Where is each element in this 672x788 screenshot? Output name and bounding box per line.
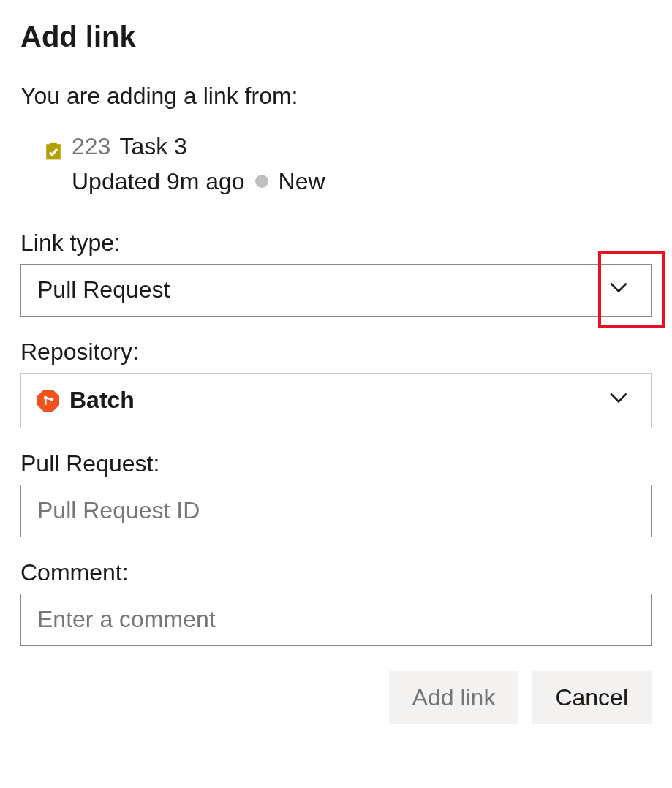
work-item-state: New (279, 163, 325, 200)
svg-rect-1 (50, 143, 57, 146)
work-item-id: 223 (72, 130, 110, 163)
dialog-title: Add link (20, 20, 652, 53)
work-item-title: Task 3 (119, 130, 186, 163)
repository-label: Repository: (20, 338, 652, 365)
cancel-button[interactable]: Cancel (532, 671, 652, 724)
pull-request-input[interactable] (20, 485, 652, 537)
work-item-meta: Updated 9m ago New (72, 163, 652, 200)
link-type-value: Pull Request (37, 276, 170, 303)
git-repo-icon (37, 390, 59, 412)
svg-rect-2 (37, 390, 59, 412)
dialog-buttons: Add link Cancel (20, 671, 652, 724)
repository-select[interactable]: Batch (20, 373, 652, 428)
add-link-dialog: Add link You are adding a link from: 223… (0, 0, 672, 745)
source-work-item: 223 Task 3 Updated 9m ago New (44, 130, 652, 200)
chevron-down-icon (607, 276, 630, 305)
pull-request-label: Pull Request: (20, 450, 652, 477)
comment-label: Comment: (20, 559, 652, 586)
task-icon (44, 137, 63, 156)
pull-request-section: Pull Request: (20, 450, 652, 537)
intro-text: You are adding a link from: (20, 83, 652, 110)
add-link-button[interactable]: Add link (389, 671, 519, 724)
repository-section: Repository: Batch (20, 338, 652, 428)
state-dot-icon (255, 175, 268, 188)
repository-value: Batch (69, 387, 135, 414)
link-type-section: Link type: Pull Request (20, 230, 652, 317)
work-item-updated: Updated 9m ago (72, 163, 245, 200)
link-type-select[interactable]: Pull Request (20, 264, 652, 317)
comment-input[interactable] (20, 594, 652, 646)
comment-section: Comment: (20, 559, 652, 646)
link-type-label: Link type: (20, 230, 652, 257)
work-item-header: 223 Task 3 (44, 130, 652, 163)
chevron-down-icon (607, 386, 630, 415)
